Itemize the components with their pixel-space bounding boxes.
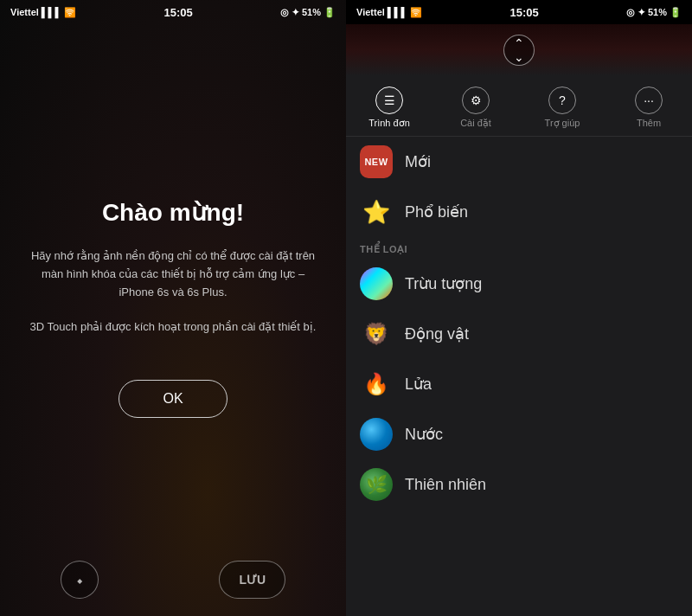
animal-icon: 🦁: [360, 318, 393, 350]
menu-list: NEW Mới ⭐ Phổ biến THỂ LOẠI Trừu tượng 🦁…: [346, 137, 692, 616]
left-status-right: ◎ ✦ 51% 🔋: [280, 7, 336, 18]
signal-icon: ▌▌▌: [42, 7, 61, 17]
tab-menu-label: Trình đơn: [368, 118, 410, 129]
tab-help-label: Trợ giúp: [545, 118, 580, 129]
left-status-bar: Viettel ▌▌▌ 🛜 15:05 ◎ ✦ 51% 🔋: [0, 0, 346, 24]
adjust-button[interactable]: ⬥: [61, 561, 99, 599]
left-content: Chào mừng! Hãy nhớ rằng ảnh nền động chỉ…: [0, 198, 346, 418]
menu-item-nature[interactable]: 🌿 Thiên nhiên: [346, 459, 692, 510]
battery-icon: 🔋: [324, 7, 336, 18]
help-icon-circle: ?: [548, 87, 576, 114]
top-image-area: ⌃⌄: [346, 24, 692, 76]
menu-item-popular-label: Phổ biến: [405, 202, 468, 221]
bluetooth-icon: ✦: [292, 7, 299, 18]
adjust-icon: ⬥: [76, 573, 83, 587]
menu-item-popular[interactable]: ⭐ Phổ biến: [346, 187, 692, 237]
hamburger-icon: ☰: [384, 93, 395, 107]
nature-icon: 🌿: [360, 468, 393, 501]
right-battery-icon: 🔋: [670, 7, 682, 18]
fire-icon: 🔥: [360, 368, 393, 401]
more-icon-circle: ···: [635, 87, 663, 114]
right-panel: Viettel ▌▌▌ 🛜 15:05 ◎ ✦ 51% 🔋 ⌃⌄ ☰ Trình…: [346, 0, 692, 616]
right-carrier: Viettel: [356, 7, 385, 17]
gear-icon: ⚙: [471, 93, 482, 107]
menu-item-new[interactable]: NEW Mới: [346, 137, 692, 187]
right-signal-icon: ▌▌▌: [388, 7, 407, 17]
menu-item-fire-label: Lửa: [405, 375, 432, 394]
menu-item-nature-label: Thiên nhiên: [405, 476, 486, 494]
abstract-icon: [360, 267, 393, 300]
right-status-bar: Viettel ▌▌▌ 🛜 15:05 ◎ ✦ 51% 🔋: [346, 0, 692, 24]
ok-button[interactable]: OK: [119, 380, 227, 418]
menu-item-water[interactable]: Nước: [346, 409, 692, 459]
new-icon: NEW: [360, 145, 393, 178]
water-icon: [360, 418, 393, 451]
right-wifi-icon: 🛜: [410, 7, 422, 18]
right-battery: 51%: [648, 7, 667, 17]
right-status-right: ◎ ✦ 51% 🔋: [626, 7, 682, 18]
menu-item-abstract[interactable]: Trừu tượng: [346, 259, 692, 309]
collapse-button[interactable]: ⌃⌄: [503, 35, 535, 66]
menu-item-fire[interactable]: 🔥 Lửa: [346, 359, 692, 409]
gps-icon: ◎: [280, 7, 289, 18]
section-header-the-loai: THỂ LOẠI: [346, 237, 692, 259]
dots-icon: ···: [644, 93, 654, 107]
left-status-left: Viettel ▌▌▌ 🛜: [10, 7, 76, 18]
right-status-left: Viettel ▌▌▌ 🛜: [356, 7, 422, 18]
welcome-title: Chào mừng!: [102, 198, 244, 227]
tab-help[interactable]: ? Trợ giúp: [519, 83, 606, 132]
nav-tabs: ☰ Trình đơn ⚙ Cài đặt ? Trợ giúp ··· Thê…: [346, 76, 692, 137]
menu-item-animal-label: Động vật: [405, 324, 469, 343]
left-battery: 51%: [302, 7, 321, 17]
left-panel: Viettel ▌▌▌ 🛜 15:05 ◎ ✦ 51% 🔋 Chào mừng!…: [0, 0, 346, 616]
welcome-desc1: Hãy nhớ rằng ảnh nền động chỉ có thể đượ…: [26, 247, 320, 301]
tab-settings-label: Cài đặt: [460, 118, 491, 129]
popular-icon: ⭐: [360, 196, 393, 228]
menu-icon: ☰: [375, 87, 403, 114]
right-bluetooth-icon: ✦: [638, 7, 645, 18]
menu-item-animal[interactable]: 🦁 Động vật: [346, 309, 692, 359]
chevron-up-down-icon: ⌃⌄: [514, 36, 524, 64]
tab-more-label: Thêm: [637, 118, 661, 128]
tab-settings[interactable]: ⚙ Cài đặt: [432, 83, 519, 132]
left-carrier: Viettel: [10, 7, 39, 17]
settings-icon-circle: ⚙: [462, 87, 490, 114]
save-button[interactable]: LƯU: [219, 561, 285, 599]
left-time: 15:05: [163, 6, 192, 19]
menu-item-water-label: Nước: [405, 425, 443, 444]
menu-item-abstract-label: Trừu tượng: [405, 274, 482, 293]
tab-menu[interactable]: ☰ Trình đơn: [346, 83, 432, 132]
bottom-controls: ⬥ LƯU: [0, 561, 346, 599]
menu-item-new-label: Mới: [405, 152, 431, 171]
right-time: 15:05: [509, 6, 538, 19]
welcome-desc2: 3D Touch phải được kích hoạt trong phần …: [30, 318, 317, 337]
right-gps-icon: ◎: [626, 7, 635, 18]
wifi-icon: 🛜: [64, 7, 76, 18]
question-icon: ?: [559, 93, 566, 107]
tab-more[interactable]: ··· Thêm: [606, 83, 692, 132]
